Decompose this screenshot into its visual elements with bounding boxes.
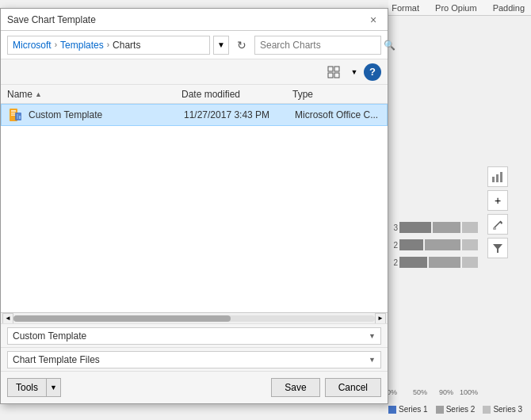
chart-legend: Series 1 Series 2 Series 3 (388, 405, 522, 414)
close-button[interactable]: × (365, 12, 381, 28)
legend-series1: Series 1 (388, 405, 428, 414)
file-name: Custom Template (29, 109, 184, 120)
toolbar: ▼ ? (1, 59, 388, 85)
bar-seg-s1-3 (399, 257, 427, 268)
svg-rect-17 (19, 116, 21, 119)
legend-series3: Series 3 (483, 405, 522, 414)
bar-seg-s2-2 (425, 239, 460, 250)
bar-label-3: 2 (388, 258, 398, 267)
plus-icon-btn[interactable]: + (487, 190, 508, 211)
bar-row-1: 3 (388, 222, 483, 233)
title-bar: Save Chart Template × (1, 9, 388, 31)
ribbon-format: Format (392, 3, 419, 13)
svg-rect-16 (17, 114, 18, 119)
scroll-thumb[interactable] (13, 315, 231, 322)
file-type: Microsoft Office C... (295, 109, 380, 120)
nav-sep-1: › (55, 40, 57, 49)
filetype-dropdown-arrow: ▼ (369, 356, 376, 364)
legend-color-1 (388, 406, 396, 414)
view-button[interactable] (323, 63, 345, 82)
axis-100: 100% (460, 388, 478, 396)
svg-rect-12 (11, 110, 16, 112)
file-date: 11/27/2017 3:43 PM (184, 109, 295, 120)
nav-charts: Charts (113, 40, 140, 51)
svg-rect-9 (328, 73, 333, 78)
ribbon-padding: Padding (493, 3, 525, 13)
bar-seg-s2-3 (429, 257, 460, 268)
word-ribbon: Format Pro Opium Padding (388, 0, 531, 16)
filetype-row: Chart Template Files ▼ (1, 348, 388, 372)
scroll-right-arrow[interactable]: ► (375, 313, 386, 324)
tools-group: Tools ▼ (7, 378, 61, 397)
bar-seg-s3-1 (462, 222, 478, 233)
bar-label-2: 2 (388, 241, 398, 250)
tools-label: Tools (16, 382, 38, 393)
svg-rect-2 (500, 172, 502, 182)
column-headers: Name ▲ Date modified Type (1, 85, 388, 104)
dialog-title: Save Chart Template (7, 14, 96, 25)
nav-templates[interactable]: Templates (60, 40, 104, 51)
filename-value: Custom Template (13, 330, 86, 342)
brush-icon-btn[interactable] (487, 214, 508, 235)
file-list: Custom Template 11/27/2017 3:43 PM Micro… (1, 104, 388, 312)
save-chart-template-dialog: Save Chart Template × Microsoft › Templa… (0, 8, 388, 404)
file-row[interactable]: Custom Template 11/27/2017 3:43 PM Micro… (1, 104, 388, 126)
svg-rect-0 (492, 177, 495, 182)
cancel-button[interactable]: Cancel (325, 378, 381, 397)
legend-color-2 (436, 406, 444, 414)
search-button[interactable]: 🔍 (384, 36, 395, 55)
svg-rect-1 (496, 174, 499, 182)
scroll-track (13, 315, 375, 322)
filetype-field[interactable]: Chart Template Files ▼ (7, 351, 381, 368)
legend-label-3: Series 3 (493, 405, 522, 414)
nav-refresh-button[interactable]: ↻ (232, 36, 251, 55)
action-bar: Tools ▼ Save Cancel (1, 372, 388, 403)
svg-rect-10 (334, 73, 339, 78)
bar-row-2: 2 (388, 239, 483, 250)
axis-50: 50% (413, 388, 427, 396)
legend-label-1: Series 1 (399, 405, 428, 414)
date-column-header[interactable]: Date modified (181, 89, 292, 100)
file-icon (8, 107, 24, 123)
chart-toolbar: + (487, 166, 508, 258)
bar-seg-s1-1 (399, 222, 431, 233)
bottom-section: Custom Template ▼ Chart Template Files ▼… (1, 323, 388, 403)
nav-microsoft[interactable]: Microsoft (13, 40, 52, 51)
tools-dropdown-button[interactable]: ▼ (47, 378, 61, 397)
svg-rect-8 (334, 67, 339, 71)
legend-label-2: Series 2 (446, 405, 476, 414)
tools-button[interactable]: Tools (7, 378, 47, 397)
help-button[interactable]: ? (364, 63, 381, 81)
chart-icon-btn[interactable] (487, 166, 508, 187)
type-column-header[interactable]: Type (292, 89, 381, 100)
filename-dropdown-arrow: ▼ (369, 332, 376, 340)
date-header-label: Date modified (181, 89, 240, 100)
svg-line-3 (494, 221, 501, 228)
bar-label-1: 3 (388, 223, 398, 232)
bar-seg-s3-2 (462, 239, 478, 250)
legend-color-3 (483, 406, 491, 414)
scroll-left-arrow[interactable]: ◄ (2, 313, 13, 324)
nav-dropdown-button[interactable]: ▼ (213, 36, 229, 55)
nav-path: Microsoft › Templates › Charts (7, 36, 210, 55)
svg-marker-6 (493, 244, 502, 253)
filename-field[interactable]: Custom Template ▼ (7, 327, 381, 345)
filename-row: Custom Template ▼ (1, 324, 388, 348)
nav-sep-2: › (107, 40, 109, 49)
search-input[interactable] (255, 40, 384, 51)
name-header-label: Name (7, 89, 32, 100)
save-button[interactable]: Save (271, 378, 319, 397)
search-box: 🔍 (254, 36, 381, 55)
name-column-header[interactable]: Name ▲ (7, 89, 181, 100)
bar-row-3: 2 (388, 257, 483, 268)
svg-rect-5 (493, 227, 496, 230)
navigation-bar: Microsoft › Templates › Charts ▼ ↻ 🔍 (1, 31, 388, 59)
view-dropdown-button[interactable]: ▼ (348, 63, 361, 82)
bar-seg-s2-1 (433, 222, 460, 233)
type-header-label: Type (292, 89, 313, 100)
bar-seg-s3-3 (462, 257, 478, 268)
legend-series2: Series 2 (436, 405, 476, 414)
filter-icon-btn[interactable] (487, 238, 508, 258)
horizontal-scrollbar[interactable]: ◄ ► (1, 312, 388, 323)
name-sort-arrow: ▲ (35, 90, 42, 98)
